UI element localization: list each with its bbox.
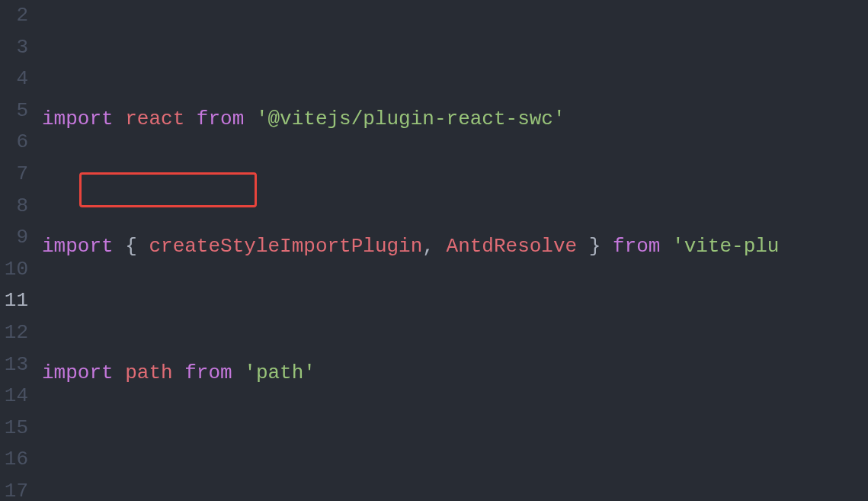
line-number: 4 [0,63,28,95]
line-number: 6 [0,127,28,159]
string-literal: 'vite-plu [672,235,779,258]
identifier: path [125,361,172,384]
line-number: 15 [0,413,28,445]
line-number: 12 [0,317,28,349]
keyword-from: from [197,108,244,130]
line-number: 9 [0,222,28,254]
string-literal: 'path' [244,361,315,384]
code-line[interactable]: import { createStyleImportPlugin, AntdRe… [42,231,868,263]
line-number: 3 [0,32,28,64]
line-number-active: 11 [0,285,28,317]
identifier: createStyleImportPlugin [149,235,422,258]
brace: } [589,235,601,258]
code-line[interactable]: import react from '@vitejs/plugin-react-… [42,104,868,136]
code-line-empty[interactable] [42,485,868,502]
string-literal: '@vitejs/plugin-react-swc' [256,108,565,130]
line-number-gutter: 2 3 4 5 6 7 8 9 10 11 12 13 14 15 16 17 [0,0,42,501]
line-number: 2 [0,0,28,32]
comma: , [422,235,434,258]
line-number: 10 [0,254,28,286]
keyword-import: import [42,235,114,258]
identifier: AntdResolve [447,235,578,258]
line-number: 8 [0,191,28,223]
highlight-annotation [79,172,257,207]
keyword-import: import [42,108,114,130]
code-editor[interactable]: 2 3 4 5 6 7 8 9 10 11 12 13 14 15 16 17 … [0,0,868,501]
keyword-import: import [42,361,114,384]
brace: { [125,235,137,258]
code-line[interactable]: import path from 'path' [42,358,868,390]
line-number: 5 [0,95,28,127]
keyword-from: from [613,235,660,258]
code-content[interactable]: import react from '@vitejs/plugin-react-… [42,0,868,501]
line-number: 7 [0,159,28,191]
line-number: 17 [0,476,28,501]
identifier: react [125,108,184,130]
line-number: 14 [0,381,28,413]
line-number: 13 [0,349,28,381]
keyword-from: from [184,361,232,384]
line-number: 16 [0,444,28,476]
